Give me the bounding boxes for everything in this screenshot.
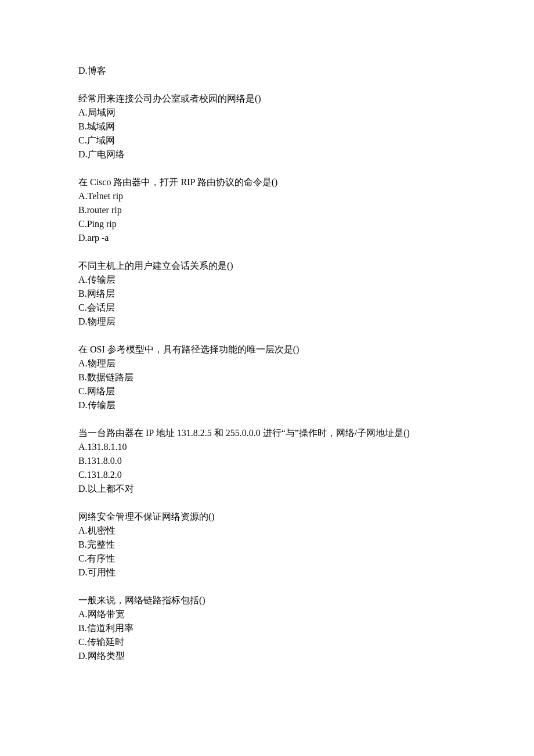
question-block: 不同主机上的用户建立会话关系的是() A.传输层 B.网络层 C.会话层 D.物… — [78, 259, 456, 329]
option-text: C.有序性 — [78, 552, 456, 566]
option-text: D.广电网络 — [78, 147, 456, 161]
question-block: 在 OSI 参考模型中，具有路径选择功能的唯一层次是() A.物理层 B.数据链… — [78, 343, 456, 412]
option-text: D.以上都不对 — [78, 482, 456, 496]
question-stem: 不同主机上的用户建立会话关系的是() — [78, 259, 456, 273]
option-text: A.局域网 — [78, 106, 456, 120]
question-block: 网络安全管理不保证网络资源的() A.机密性 B.完整性 C.有序性 D.可用性 — [78, 510, 456, 579]
option-text: B.信道利用率 — [78, 621, 456, 635]
question-block: 当一台路由器在 IP 地址 131.8.2.5 和 255.0.0.0 进行“与… — [78, 426, 456, 496]
option-text: C.网络层 — [78, 384, 456, 398]
option-text: B.网络层 — [78, 287, 456, 301]
option-text: A.Telnet rip — [78, 189, 456, 203]
option-text: A.网络带宽 — [78, 607, 456, 621]
option-text: D.arp -a — [78, 231, 456, 245]
option-text: C.会话层 — [78, 301, 456, 315]
question-block: 经常用来连接公司办公室或者校园的网络是() A.局域网 B.城域网 C.广域网 … — [78, 92, 456, 161]
option-text: B.完整性 — [78, 538, 456, 552]
option-text: D.博客 — [78, 64, 456, 78]
option-text: A.机密性 — [78, 524, 456, 538]
question-stem: 在 Cisco 路由器中，打开 RIP 路由协议的命令是() — [78, 175, 456, 189]
question-stem: 网络安全管理不保证网络资源的() — [78, 510, 456, 524]
option-text: D.网络类型 — [78, 649, 456, 663]
option-text: C.传输延时 — [78, 635, 456, 649]
question-block: 一般来说，网络链路指标包括() A.网络带宽 B.信道利用率 C.传输延时 D.… — [78, 593, 456, 663]
question-block: 在 Cisco 路由器中，打开 RIP 路由协议的命令是() A.Telnet … — [78, 175, 456, 245]
option-text: A.131.8.1.10 — [78, 440, 456, 454]
option-text: B.城域网 — [78, 120, 456, 134]
option-text: B.131.8.0.0 — [78, 454, 456, 468]
question-stem: 一般来说，网络链路指标包括() — [78, 593, 456, 607]
option-text: C.Ping rip — [78, 217, 456, 231]
document-page: D.博客 经常用来连接公司办公室或者校园的网络是() A.局域网 B.城域网 C… — [0, 0, 534, 735]
option-text: C.广域网 — [78, 134, 456, 147]
question-stem: 经常用来连接公司办公室或者校园的网络是() — [78, 92, 456, 106]
question-block: D.博客 — [78, 64, 456, 78]
option-text: D.可用性 — [78, 566, 456, 579]
option-text: D.物理层 — [78, 315, 456, 329]
option-text: A.传输层 — [78, 273, 456, 287]
option-text: B.数据链路层 — [78, 370, 456, 384]
option-text: A.物理层 — [78, 357, 456, 370]
option-text: D.传输层 — [78, 398, 456, 412]
question-stem: 当一台路由器在 IP 地址 131.8.2.5 和 255.0.0.0 进行“与… — [78, 426, 456, 440]
option-text: C.131.8.2.0 — [78, 468, 456, 482]
option-text: B.router rip — [78, 203, 456, 217]
question-stem: 在 OSI 参考模型中，具有路径选择功能的唯一层次是() — [78, 343, 456, 357]
